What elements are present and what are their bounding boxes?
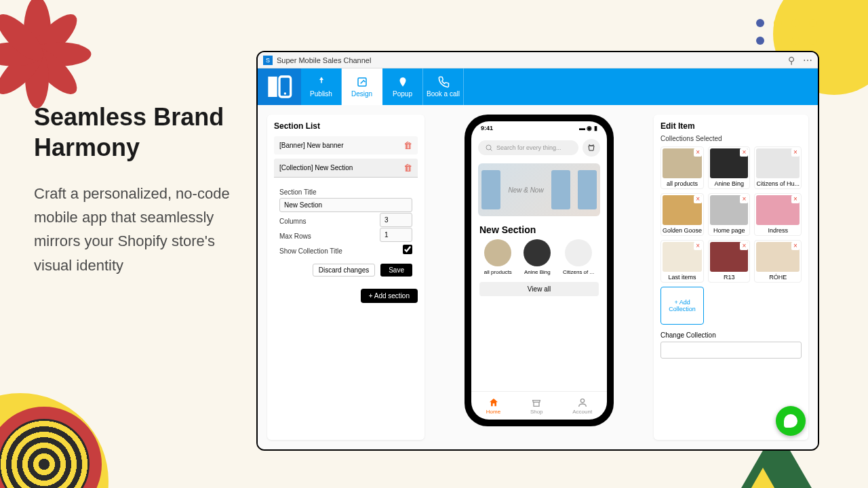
edit-item-panel: Edit Item Collections Selected ×all prod… bbox=[654, 115, 808, 440]
nav-shop[interactable]: Shop bbox=[530, 397, 543, 415]
maxrows-input[interactable] bbox=[380, 228, 412, 242]
collection-label: Home page bbox=[710, 227, 748, 234]
collection-card[interactable]: ×RÓHE bbox=[754, 240, 802, 283]
hero-text: Seamless Brand Harmony Craft a personali… bbox=[34, 102, 244, 277]
collection-circle[interactable]: Anine Bing bbox=[524, 239, 551, 275]
remove-icon[interactable]: × bbox=[740, 148, 748, 157]
search-icon bbox=[485, 144, 493, 152]
toolbar-design[interactable]: Design bbox=[342, 68, 382, 105]
collection-label: Citizens of Hu... bbox=[756, 180, 800, 187]
section-form: Section Title Columns Max Rows Show Coll… bbox=[274, 178, 418, 282]
collection-card[interactable]: ×all products bbox=[660, 146, 704, 189]
bottom-nav: Home Shop Account bbox=[471, 391, 607, 420]
collections-selected-label: Collections Selected bbox=[660, 135, 802, 142]
signal-icon: ▬ ◉ ▮ bbox=[579, 125, 597, 131]
section-item-banner[interactable]: [Banner] New banner🗑 bbox=[274, 136, 418, 155]
section-list-title: Section List bbox=[274, 121, 418, 131]
collection-card[interactable]: ×Golden Goose bbox=[660, 193, 704, 236]
discard-button[interactable]: Discard changes bbox=[313, 264, 375, 277]
view-all-button[interactable]: View all bbox=[479, 282, 599, 296]
toolbar-book-call[interactable]: Book a call bbox=[423, 68, 464, 105]
remove-icon[interactable]: × bbox=[740, 195, 748, 203]
toolbar: Publish Design Popup Book a call bbox=[258, 68, 818, 105]
more-icon[interactable]: ⋯ bbox=[803, 55, 812, 66]
section-list-panel: Section List [Banner] New banner🗑 [Colle… bbox=[267, 115, 425, 440]
hero-title: Seamless Brand Harmony bbox=[34, 102, 244, 163]
nav-home[interactable]: Home bbox=[486, 397, 500, 415]
pin-icon[interactable]: ⚲ bbox=[788, 55, 795, 66]
change-collection-input[interactable] bbox=[660, 342, 802, 359]
save-button[interactable]: Save bbox=[380, 264, 412, 277]
section-item-collection[interactable]: [Collection] New Section🗑 bbox=[274, 159, 418, 178]
remove-icon[interactable]: × bbox=[694, 242, 702, 250]
search-input[interactable]: Search for every thing... bbox=[478, 140, 578, 155]
remove-icon[interactable]: × bbox=[791, 195, 800, 203]
delete-icon[interactable]: 🗑 bbox=[403, 163, 412, 173]
remove-icon[interactable]: × bbox=[791, 242, 800, 250]
section-title-input[interactable] bbox=[279, 198, 412, 212]
toolbar-publish[interactable]: Publish bbox=[301, 68, 342, 105]
phone-preview: 9:41▬ ◉ ▮ Search for every thing... New … bbox=[465, 115, 614, 426]
banner-image[interactable]: New & Now bbox=[478, 163, 600, 216]
collections-grid: ×all products×Anine Bing×Citizens of Hu.… bbox=[660, 146, 802, 325]
workspace: Section List [Banner] New banner🗑 [Colle… bbox=[258, 105, 818, 449]
collection-circle[interactable]: Citizens of ... bbox=[563, 239, 594, 275]
add-collection-button[interactable]: + Add Collection bbox=[660, 287, 704, 325]
columns-input[interactable] bbox=[380, 213, 412, 227]
svg-point-5 bbox=[580, 399, 584, 402]
collection-label: all products bbox=[663, 180, 702, 187]
collection-card[interactable]: ×Citizens of Hu... bbox=[754, 146, 802, 189]
edit-item-title: Edit Item bbox=[660, 121, 802, 131]
phone-section-title: New Section bbox=[471, 219, 607, 239]
collection-circle[interactable]: all products bbox=[484, 239, 512, 275]
collection-label: R13 bbox=[710, 274, 748, 281]
hero-body: Craft a personalized, no-code mobile app… bbox=[34, 182, 244, 277]
chat-fab[interactable] bbox=[776, 406, 806, 436]
statusbar: 9:41▬ ◉ ▮ bbox=[471, 121, 607, 135]
collection-label: Golden Goose bbox=[663, 227, 702, 234]
svg-point-4 bbox=[486, 145, 491, 150]
decoration-flower bbox=[0, 0, 88, 81]
collection-label: Indress bbox=[756, 227, 800, 234]
nav-account[interactable]: Account bbox=[572, 397, 592, 415]
app-window: S Super Mobile Sales Channel ⚲ ⋯ Publish… bbox=[256, 51, 819, 451]
collection-card[interactable]: ×Home page bbox=[708, 193, 750, 236]
remove-icon[interactable]: × bbox=[694, 148, 702, 157]
showtitle-label: Show Collection Title bbox=[279, 247, 342, 255]
collection-card[interactable]: ×R13 bbox=[708, 240, 750, 283]
maxrows-label: Max Rows bbox=[279, 232, 311, 240]
remove-icon[interactable]: × bbox=[791, 148, 800, 157]
svg-point-2 bbox=[284, 92, 286, 94]
section-title-label: Section Title bbox=[279, 188, 412, 196]
showtitle-checkbox[interactable] bbox=[403, 245, 412, 254]
app-icon: S bbox=[263, 56, 273, 65]
collection-card[interactable]: ×Anine Bing bbox=[708, 146, 750, 189]
collection-label: Last items bbox=[663, 274, 702, 281]
svg-rect-0 bbox=[268, 77, 277, 97]
titlebar: S Super Mobile Sales Channel ⚲ ⋯ bbox=[258, 52, 818, 68]
add-section-button[interactable]: + Add section bbox=[361, 289, 418, 303]
collection-label: RÓHE bbox=[756, 274, 800, 281]
delete-icon[interactable]: 🗑 bbox=[403, 140, 412, 150]
cart-icon[interactable] bbox=[583, 139, 600, 157]
collection-card[interactable]: ×Last items bbox=[660, 240, 704, 283]
collection-label: Anine Bing bbox=[710, 180, 748, 187]
toolbar-popup[interactable]: Popup bbox=[382, 68, 423, 105]
decoration-rings bbox=[0, 407, 102, 488]
change-collection-label: Change Collection bbox=[660, 331, 802, 339]
collection-card[interactable]: ×Indress bbox=[754, 193, 802, 236]
remove-icon[interactable]: × bbox=[694, 195, 702, 203]
window-title: Super Mobile Sales Channel bbox=[277, 56, 371, 64]
decoration-dots bbox=[756, 19, 817, 45]
columns-label: Columns bbox=[279, 218, 306, 225]
toolbar-logo bbox=[258, 68, 301, 105]
remove-icon[interactable]: × bbox=[740, 242, 748, 250]
